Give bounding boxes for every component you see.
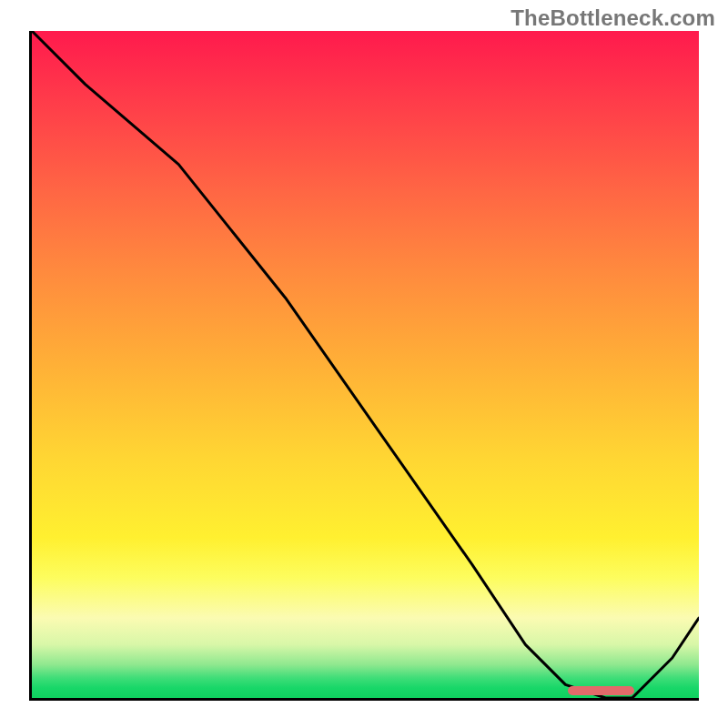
chart-container: TheBottleneck.com	[0, 0, 728, 728]
attribution-text: TheBottleneck.com	[511, 5, 715, 31]
plot-area	[29, 31, 699, 701]
optimal-range-marker	[568, 686, 635, 695]
curve-path	[32, 31, 699, 698]
curve-svg	[32, 31, 699, 698]
